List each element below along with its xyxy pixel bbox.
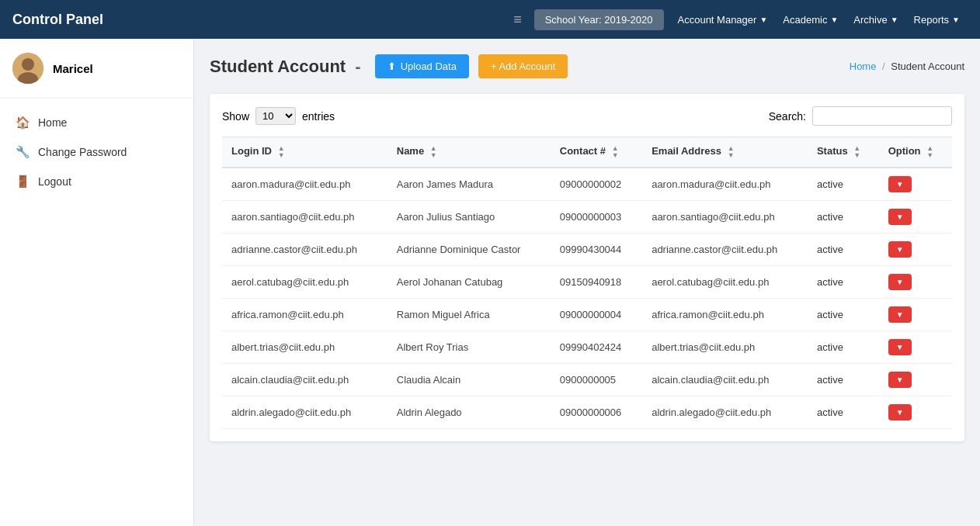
cell-status: active	[808, 168, 879, 201]
table-row: aldrin.alegado@ciit.edu.ph Aldrin Alegad…	[222, 396, 952, 429]
cell-email: africa.ramon@ciit.edu.ph	[642, 299, 808, 331]
option-button[interactable]: ▼	[888, 176, 912, 192]
option-button[interactable]: ▼	[888, 274, 912, 290]
wrench-icon: 🔧	[16, 145, 30, 159]
col-contact: Contact # ▲▼	[551, 137, 642, 168]
cell-status: active	[808, 331, 879, 364]
cell-name: Aaron Julius Santiago	[387, 201, 551, 234]
reports-menu[interactable]: Reports ▼	[906, 9, 968, 30]
svg-point-1	[22, 58, 34, 71]
cell-contact: 09000000002	[551, 168, 642, 201]
sort-login-id-icon[interactable]: ▲▼	[278, 145, 285, 159]
cell-option[interactable]: ▼	[879, 234, 952, 266]
sidebar-item-home[interactable]: 🏠 Home	[0, 108, 193, 137]
search-input[interactable]	[812, 106, 952, 126]
cell-option[interactable]: ▼	[879, 168, 952, 201]
sidebar-item-logout-label: Logout	[38, 175, 71, 188]
cell-option[interactable]: ▼	[879, 201, 952, 234]
col-login-id: Login ID ▲▼	[222, 137, 387, 168]
table-row: albert.trias@ciit.edu.ph Albert Roy Tria…	[222, 331, 952, 364]
sidebar: Maricel 🏠 Home 🔧 Change Password 🚪 Logou…	[0, 39, 194, 526]
page-header-left: Student Account - ⬆ Upload Data + Add Ac…	[210, 54, 568, 78]
option-button[interactable]: ▼	[888, 306, 912, 323]
account-manager-menu[interactable]: Account Manager ▼	[670, 9, 776, 30]
page-title: Student Account -	[210, 57, 366, 77]
layout: Maricel 🏠 Home 🔧 Change Password 🚪 Logou…	[0, 39, 980, 526]
dropdown-arrow-icon: ▼	[896, 343, 904, 351]
upload-icon: ⬆	[387, 61, 396, 72]
option-button[interactable]: ▼	[888, 404, 912, 420]
status-badge: active	[817, 407, 843, 418]
status-badge: active	[817, 178, 843, 190]
sort-name-icon[interactable]: ▲▼	[430, 145, 437, 159]
sort-contact-icon[interactable]: ▲▼	[612, 145, 619, 159]
cell-email: aldrin.alegado@ciit.edu.ph	[642, 396, 808, 429]
cell-email: aaron.madura@ciit.edu.ph	[642, 168, 808, 201]
cell-login-id: aaron.madura@ciit.edu.ph	[222, 168, 387, 201]
cell-option[interactable]: ▼	[879, 331, 952, 364]
col-status: Status ▲▼	[808, 137, 879, 168]
cell-status: active	[808, 396, 879, 429]
table-row: aaron.madura@ciit.edu.ph Aaron James Mad…	[222, 168, 952, 201]
table-row: aerol.catubag@ciit.edu.ph Aerol Johanan …	[222, 266, 952, 299]
cell-contact: 09150940918	[551, 266, 642, 299]
archive-arrow-icon: ▼	[891, 16, 898, 24]
show-entries: Show 10 25 50 100 entries	[222, 107, 335, 125]
upload-data-button[interactable]: ⬆ Upload Data	[375, 54, 469, 78]
cell-login-id: albert.trias@ciit.edu.ph	[222, 331, 387, 364]
archive-menu[interactable]: Archive ▼	[846, 9, 905, 30]
table-row: adrianne.castor@ciit.edu.ph Adrianne Dom…	[222, 234, 952, 266]
option-button[interactable]: ▼	[888, 339, 912, 355]
table-controls: Show 10 25 50 100 entries Search:	[222, 106, 952, 126]
sidebar-item-change-password[interactable]: 🔧 Change Password	[0, 137, 193, 167]
col-option: Option ▲▼	[879, 137, 952, 168]
reports-arrow-icon: ▼	[952, 16, 960, 24]
cell-login-id: adrianne.castor@ciit.edu.ph	[222, 234, 387, 266]
sidebar-item-logout[interactable]: 🚪 Logout	[0, 167, 193, 196]
table-row: alcain.claudia@ciit.edu.ph Claudia Alcai…	[222, 364, 952, 396]
cell-status: active	[808, 364, 879, 396]
hamburger-icon[interactable]: ≡	[513, 12, 522, 28]
search-label: Search:	[769, 110, 806, 123]
option-button[interactable]: ▼	[888, 372, 912, 388]
cell-contact: 09990402424	[551, 331, 642, 364]
cell-name: Aaron James Madura	[387, 168, 551, 201]
option-button[interactable]: ▼	[888, 241, 912, 258]
account-manager-arrow-icon: ▼	[759, 16, 767, 24]
dropdown-arrow-icon: ▼	[896, 310, 904, 319]
sidebar-username: Maricel	[53, 62, 93, 75]
cell-email: aerol.catubag@ciit.edu.ph	[642, 266, 808, 299]
dropdown-arrow-icon: ▼	[896, 245, 904, 254]
dropdown-arrow-icon: ▼	[896, 375, 904, 384]
school-year-button[interactable]: School Year: 2019-2020	[534, 9, 664, 30]
entries-select[interactable]: 10 25 50 100	[255, 107, 296, 125]
cell-option[interactable]: ▼	[879, 299, 952, 331]
status-badge: active	[817, 374, 843, 386]
status-badge: active	[817, 309, 843, 320]
cell-email: albert.trias@ciit.edu.ph	[642, 331, 808, 364]
status-badge: active	[817, 276, 843, 288]
cell-option[interactable]: ▼	[879, 266, 952, 299]
option-button[interactable]: ▼	[888, 209, 912, 225]
sort-status-icon[interactable]: ▲▼	[853, 145, 860, 159]
cell-option[interactable]: ▼	[879, 396, 952, 429]
add-account-button[interactable]: + Add Account	[478, 54, 568, 78]
status-badge: active	[817, 211, 843, 223]
cell-contact: 09000000006	[551, 396, 642, 429]
breadcrumb-separator: /	[882, 61, 885, 72]
sort-option-icon[interactable]: ▲▼	[926, 145, 933, 159]
signout-icon: 🚪	[16, 175, 30, 189]
top-nav: Control Panel ≡ School Year: 2019-2020 A…	[0, 0, 980, 39]
sort-email-icon[interactable]: ▲▼	[728, 145, 735, 159]
home-icon: 🏠	[16, 116, 30, 130]
cell-option[interactable]: ▼	[879, 364, 952, 396]
breadcrumb-home-link[interactable]: Home	[850, 61, 877, 72]
cell-login-id: aerol.catubag@ciit.edu.ph	[222, 266, 387, 299]
sidebar-item-change-password-label: Change Password	[38, 146, 127, 158]
cell-status: active	[808, 234, 879, 266]
table-row: aaron.santiago@ciit.edu.ph Aaron Julius …	[222, 201, 952, 234]
status-badge: active	[817, 341, 843, 353]
academic-menu[interactable]: Academic ▼	[775, 9, 846, 30]
table-header-row: Login ID ▲▼ Name ▲▼ Contact # ▲▼ Email	[222, 137, 952, 168]
cell-login-id: alcain.claudia@ciit.edu.ph	[222, 364, 387, 396]
